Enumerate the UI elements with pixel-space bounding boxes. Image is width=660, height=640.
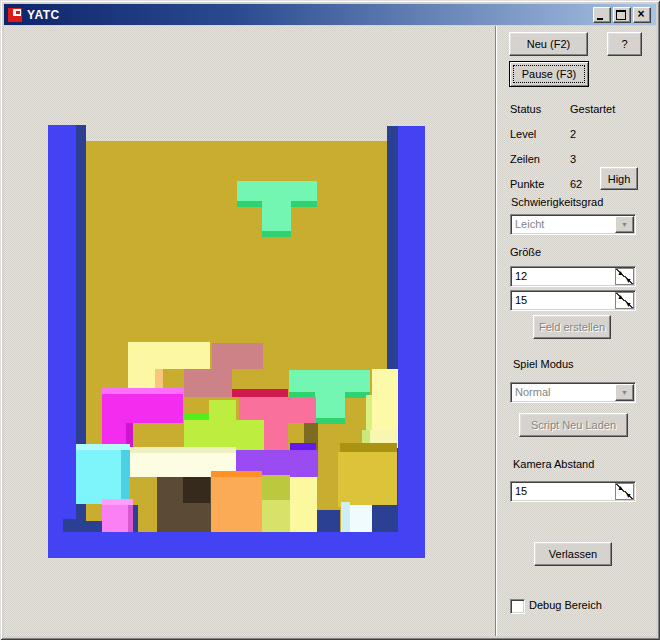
maximize-button[interactable] xyxy=(613,7,631,23)
points-label: Punkte xyxy=(510,177,544,191)
points-value: 62 xyxy=(570,177,582,191)
reload-script-button: Script Neu Laden xyxy=(519,413,628,437)
game-mode-select[interactable]: Normal ▼ xyxy=(510,382,636,403)
level-value: 2 xyxy=(570,127,576,141)
debug-checkbox-label: Debug Bereich xyxy=(529,598,602,612)
status-value: Gestartet xyxy=(570,102,615,116)
minimize-button[interactable] xyxy=(593,7,611,23)
status-label: Status xyxy=(510,102,541,116)
app-window: YATC × Neu (F2) ? Pause (F3) Status Gest… xyxy=(0,0,660,640)
game-mode-label: Spiel Modus xyxy=(513,357,574,371)
spinner-icon[interactable]: ▲▼ xyxy=(615,268,634,285)
level-label: Level xyxy=(510,127,536,141)
window-title: YATC xyxy=(27,8,60,22)
panel-divider xyxy=(495,26,497,636)
difficulty-value: Leicht xyxy=(515,217,544,231)
size-height-stepper[interactable]: 15 ▲▼ xyxy=(510,290,636,311)
new-game-button[interactable]: Neu (F2) xyxy=(509,32,588,56)
size-height-value: 15 xyxy=(515,293,527,307)
title-bar[interactable]: YATC × xyxy=(4,4,656,25)
camera-distance-stepper[interactable]: 15 ▲▼ xyxy=(510,481,636,502)
minimize-icon xyxy=(597,18,603,20)
quit-button[interactable]: Verlassen xyxy=(534,542,612,566)
difficulty-label: Schwierigkeitsgrad xyxy=(511,195,603,209)
highscore-button[interactable]: High xyxy=(600,167,638,190)
size-width-stepper[interactable]: 12 ▲▼ xyxy=(510,266,636,287)
camera-distance-value: 15 xyxy=(515,484,527,498)
chevron-down-icon[interactable]: ▼ xyxy=(615,216,634,233)
chevron-down-icon[interactable]: ▼ xyxy=(615,384,634,401)
close-button[interactable]: × xyxy=(633,7,651,23)
difficulty-select[interactable]: Leicht ▼ xyxy=(510,214,636,235)
lines-label: Zeilen xyxy=(510,152,540,166)
help-button[interactable]: ? xyxy=(607,32,642,56)
create-field-button: Feld erstellen xyxy=(533,315,611,339)
game-mode-value: Normal xyxy=(515,385,550,399)
close-icon: × xyxy=(634,7,648,21)
size-width-value: 12 xyxy=(515,269,527,283)
app-icon xyxy=(8,8,22,22)
spinner-icon[interactable]: ▲▼ xyxy=(615,483,634,500)
pause-button[interactable]: Pause (F3) xyxy=(509,61,589,87)
camera-distance-label: Kamera Abstand xyxy=(513,457,594,471)
size-label: Größe xyxy=(510,245,541,259)
spinner-icon[interactable]: ▲▼ xyxy=(615,292,634,309)
lines-value: 3 xyxy=(570,152,576,166)
maximize-icon xyxy=(616,10,626,20)
debug-checkbox[interactable] xyxy=(510,599,525,614)
